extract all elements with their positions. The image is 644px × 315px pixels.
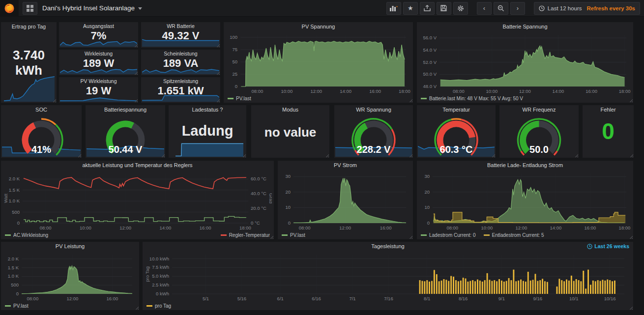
svg-text:16:00: 16:00 [369,88,381,94]
legend-item[interactable]: pro Tag [146,303,171,309]
panel-scheinleistung: Scheinleistung 189 VA [141,50,220,75]
svg-text:14:00: 14:00 [550,225,562,230]
chart-legend[interactable]: PV.last [228,95,409,102]
svg-text:10/1: 10/1 [569,296,579,301]
panel-time-range-override[interactable]: Last 26 weeks [587,243,629,249]
panel-title[interactable]: Spitzenleistung [141,77,220,85]
svg-text:08:00: 08:00 [453,88,465,94]
svg-text:50.0: 50.0 [529,144,549,155]
panel-title[interactable]: Modus [251,105,329,115]
pv-strom-chart[interactable]: 08:0012:0016:000102030 [280,170,411,231]
batterie-spannung-chart[interactable]: 08:0010:0012:0014:0016:0018:0048.0 V50.0… [419,31,631,94]
svg-text:08:00: 08:00 [40,225,52,230]
svg-text:Grad: Grad [268,193,272,203]
tagesleistung-chart[interactable]: 5/15/166/16/167/17/168/18/169/19/1610/11… [145,251,631,302]
svg-text:500: 500 [12,209,20,215]
panel-title[interactable]: Wirkleistung [59,50,138,57]
svg-text:100: 100 [230,34,237,40]
svg-text:10:00: 10:00 [481,225,493,230]
panel-wr-batterie: WR Batterie 49.32 V [141,22,220,48]
svg-text:14:00: 14:00 [340,88,351,94]
share-button[interactable] [420,2,435,15]
zoom-out-button[interactable] [494,2,508,15]
svg-text:10:00: 10:00 [486,88,498,94]
svg-text:75: 75 [232,47,237,52]
panel-title[interactable]: Fehler [583,105,634,115]
grafana-logo-icon[interactable] [0,0,19,17]
panel-temperatur: Temperatur 60.3 °C [417,105,496,158]
legend-item[interactable]: Batterie.last Min: 48 V Max: 55 V Avg: 5… [421,96,523,101]
panel-wirkleistung: Wirkleistung 189 W [59,50,138,75]
chart-legend[interactable]: PV.last [282,231,409,238]
panel-title[interactable]: Ertrag pro Tag [1,22,57,31]
panel-pv-leistung: PV Leistung 08:0012:0016:0005001.0 K1.5 … [1,242,139,310]
panel-title[interactable]: Tagesleistung [143,242,633,251]
legend-item[interactable]: PV.last [5,303,29,309]
panel-title[interactable]: Scheinleistung [141,50,220,57]
svg-text:12:00: 12:00 [66,296,78,301]
svg-text:60.3 °C: 60.3 °C [440,144,473,155]
svg-text:2.5 kWh: 2.5 kWh [152,282,169,287]
panel-title[interactable]: WR Batterie [141,22,220,29]
legend-item[interactable]: Entladestrom Current: 5 [484,232,544,238]
svg-text:9/1: 9/1 [498,296,505,301]
svg-text:14:00: 14:00 [553,88,564,94]
legend-item[interactable]: Regler-Temperatur [221,232,270,238]
svg-text:12:00: 12:00 [310,88,322,94]
chart-legend[interactable]: Batterie.last Min: 48 V Max: 55 V Avg: 5… [421,95,629,102]
chart-legend[interactable]: Ladestrom Current: 0Entladestrom Current… [421,231,629,238]
svg-text:8/16: 8/16 [459,296,468,301]
svg-text:5/1: 5/1 [203,296,209,301]
svg-text:10/16: 10/16 [604,296,616,301]
chart-legend[interactable]: pro Tag [146,302,629,309]
panel-title[interactable]: PV Spannung [224,22,413,31]
save-button[interactable] [437,2,451,15]
panel-title[interactable]: Ausgangslast [59,22,138,29]
svg-text:1.0 K: 1.0 K [9,198,20,203]
panel-title[interactable]: PV Strom [278,161,413,170]
svg-text:8/1: 8/1 [424,296,430,301]
chevron-right-icon: › [517,4,519,12]
svg-text:pro Tag: pro Tag [145,266,150,282]
dashboard-picker-icon[interactable] [23,2,37,15]
legend-item[interactable]: PV.last [282,232,305,238]
svg-text:30: 30 [424,173,430,179]
settings-gear-button[interactable] [453,2,468,15]
svg-text:1.5 K: 1.5 K [9,187,20,193]
lade-entlade-chart[interactable]: 08:0010:0012:0014:0016:0018:000102030 [419,170,631,231]
time-back-button[interactable]: ‹ [477,2,492,15]
panel-tagesleistung: Tagesleistung Last 26 weeks 5/15/166/16/… [143,242,633,310]
aktuelle-chart[interactable]: 08:0010:0012:0014:0016:0018:0005001.0 K1… [3,170,272,231]
chevron-left-icon: ‹ [483,4,485,12]
add-panel-button[interactable] [386,2,401,15]
grafana-dashboard: Dani's Hybrid Insel Solaranlage ★ [0,0,644,315]
legend-item[interactable]: AC.Wirkleistung [5,232,48,238]
panel-lade-entlade-strom: Batterie Lade- Entladung Strom 08:0010:0… [417,161,633,239]
refresh-interval-label[interactable]: Refresh every 30s [587,5,635,11]
panel-title[interactable]: Batterie Lade- Entladung Strom [417,161,633,170]
dashboard-title[interactable]: Dani's Hybrid Insel Solaranlage [42,4,142,12]
clock-icon [539,5,545,11]
svg-text:7.5 kWh: 7.5 kWh [152,264,169,270]
panel-title[interactable]: PV Leistung [1,242,139,251]
svg-text:16:00: 16:00 [585,88,597,94]
ladestatus-value: Ladung [169,123,246,139]
pv-leistung-chart[interactable]: 08:0012:0016:0005001.0 K1.5 K2.0 K [3,251,137,302]
pv-spannung-chart[interactable]: 08:0010:0012:0014:0016:0018:000255075100 [226,31,411,94]
svg-text:6/16: 6/16 [312,296,321,301]
legend-item[interactable]: Ladestrom Current: 0 [421,232,476,238]
time-forward-button[interactable]: › [510,2,525,15]
panel-fehler: Fehler 0 [583,105,634,158]
panel-title[interactable]: Ladestatus ? [169,105,246,115]
time-range-picker[interactable]: Last 12 hours Refresh every 30s [534,2,640,15]
star-button[interactable]: ★ [403,2,418,15]
panel-title[interactable]: Batterie Spannung [417,22,633,31]
svg-text:08:00: 08:00 [27,296,38,301]
chart-legend[interactable]: PV.last [5,302,135,309]
panel-title[interactable]: aktuelle Leistung und Temperatur des Reg… [1,161,274,170]
chart-legend[interactable]: AC.WirkleistungRegler-Temperatur [5,231,270,238]
panel-title[interactable]: PV Wirkleistung [59,77,138,85]
svg-text:08:00: 08:00 [299,225,311,230]
legend-item[interactable]: PV.last [228,96,251,101]
svg-text:12:00: 12:00 [515,225,527,230]
